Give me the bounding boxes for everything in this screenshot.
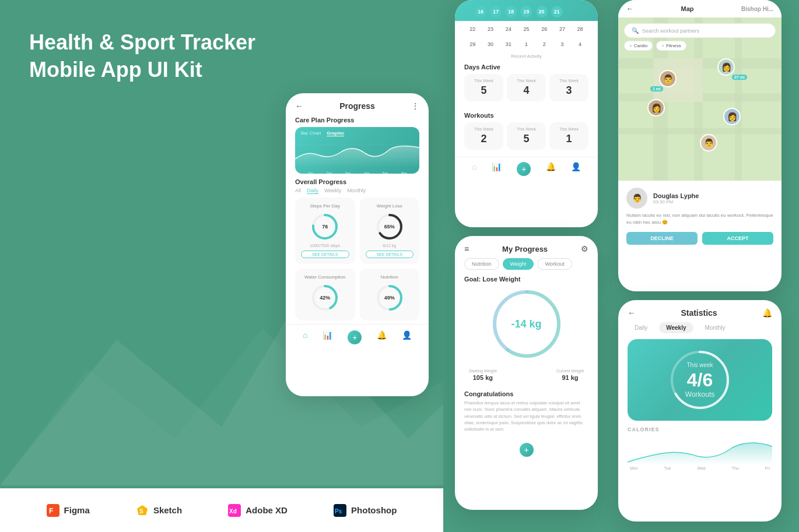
phone3-header: ≡ My Progress ⚙	[455, 236, 598, 258]
bell5-icon[interactable]: 🔔	[762, 308, 772, 318]
congrats-text: Phasellus tempus lacus et metus vulputat…	[464, 400, 588, 432]
back4-icon[interactable]: ←	[626, 5, 633, 13]
filter-monthly[interactable]: Monthly	[347, 188, 366, 194]
svg-text:Ps: Ps	[335, 508, 342, 515]
search-placeholder: Search workout partners	[642, 28, 699, 34]
back5-icon[interactable]: ←	[628, 308, 636, 318]
days-active-section: Days Active This Week 5 This Week 4 This…	[455, 60, 598, 108]
cal-date-31: 31	[503, 38, 514, 50]
nutrition-tab[interactable]: Nutrition	[464, 258, 499, 270]
map-area: ← Map Bishop Hi... 🔍 Search workout part…	[618, 0, 782, 181]
phone1-header: ← Progress ⋮	[286, 93, 429, 114]
nav2-home-icon[interactable]: ⌂	[472, 162, 476, 176]
calories-svg	[628, 436, 772, 465]
nav-home-icon[interactable]: ⌂	[303, 330, 307, 344]
cal-date-27: 27	[556, 23, 568, 35]
back-icon[interactable]: ←	[295, 101, 303, 111]
cardio-tag[interactable]: × Cardio	[624, 41, 653, 51]
water-donut: 42%	[310, 283, 339, 312]
overall-title: Overall Progress	[286, 174, 429, 186]
phone3-tabs: Nutrition Weight Workout	[455, 258, 598, 274]
nav2-chart-icon[interactable]: 📊	[492, 162, 502, 176]
filter-weekly[interactable]: Weekly	[324, 188, 341, 194]
chart-tab-bar[interactable]: Bar Chart	[301, 131, 321, 136]
nav-profile-icon[interactable]: 👤	[402, 330, 412, 344]
phone3-fab[interactable]: +	[520, 443, 534, 457]
map-search-bar[interactable]: 🔍 Search workout partners	[624, 23, 776, 38]
avatar-pin-4: 👩	[723, 108, 741, 125]
settings3-icon[interactable]: ⚙	[581, 244, 588, 253]
workouts-section: Workouts This Week 2 This Week 5 This We…	[455, 108, 598, 157]
distance-badge-1: 1 mi	[650, 86, 663, 91]
phone-my-progress: ≡ My Progress ⚙ Nutrition Weight Workout…	[455, 236, 598, 510]
nutrition-card: Nutrition 49%	[360, 269, 420, 320]
nav-bell-icon[interactable]: 🔔	[377, 330, 387, 344]
weekly-tab[interactable]: Weekly	[659, 322, 693, 333]
stats-ring-svg	[668, 348, 732, 412]
monthly-tab[interactable]: Monthly	[698, 322, 733, 333]
days-stat-1: This Week 5	[464, 74, 503, 101]
cal-date-4: 4	[574, 38, 586, 50]
congrats-title: Congratulations	[464, 390, 588, 397]
avatar-pin-5: 👨	[700, 134, 717, 152]
nav2-bell-icon[interactable]: 🔔	[546, 162, 556, 176]
calories-section: CALORIES Mon Tue Wed Thu Fri	[618, 421, 782, 474]
weight-tab[interactable]: Weight	[503, 258, 534, 270]
cal-date-19: 19	[520, 6, 532, 17]
cal-date-3: 3	[556, 38, 568, 50]
fitness-tag[interactable]: × Fitness	[656, 41, 686, 51]
steps-details-btn[interactable]: SEE DETAILS	[301, 251, 349, 258]
workout-tab[interactable]: Workout	[537, 258, 572, 270]
phone5-tabs: Daily Weekly Monthly	[618, 322, 782, 339]
chat-message: Nullam iaculis ex nisl, non aliquam dui …	[626, 212, 773, 226]
nav2-add-button[interactable]: +	[517, 162, 531, 176]
days-active-title: Days Active	[464, 64, 588, 71]
menu-icon[interactable]: ⋮	[411, 101, 419, 111]
chart-tab-graphic[interactable]: Graphic	[327, 131, 344, 136]
nav-add-button[interactable]: +	[348, 330, 362, 344]
steps-percent: 76	[322, 224, 328, 230]
steps-sub: 1000/7500 steps	[301, 244, 349, 248]
cal-date-30: 30	[485, 38, 496, 50]
filter-daily[interactable]: Daily	[307, 188, 318, 194]
workout-stat-1: This Week 2	[464, 122, 503, 150]
calories-chart	[628, 436, 772, 465]
ps-tool: Ps Photoshop	[334, 504, 397, 517]
nav2-profile-icon[interactable]: 👤	[571, 162, 581, 176]
congrats-section: Congratulations Phasellus tempus lacus e…	[455, 386, 598, 437]
chat-name: Douglas Lyphe	[653, 192, 699, 199]
phone1-nav: ⌂ 📊 + 🔔 👤	[286, 324, 429, 348]
search-icon: 🔍	[632, 27, 639, 34]
avatar-pin-3: 👩	[647, 99, 665, 117]
workouts-title: Workouts	[464, 112, 588, 119]
phone-calendar: 16 17 18 19 20 21 22 23 24 25 26 27 28 2…	[455, 0, 598, 227]
accept-button[interactable]: ACCEPT	[702, 232, 773, 245]
decline-button[interactable]: DECLINE	[626, 232, 698, 245]
weight-sub: 8/12 kg	[366, 244, 414, 248]
nav-chart-icon[interactable]: 📊	[323, 330, 332, 344]
stats-workouts-label: Workouts	[685, 390, 714, 399]
steps-card: Steps Per Day 76 1000/7500 steps SEE DET…	[295, 198, 355, 264]
cal-date-29: 29	[467, 38, 478, 50]
cal-highlighted-row: 16 17 18 19 20 21	[464, 5, 588, 19]
daily-tab[interactable]: Daily	[628, 322, 654, 333]
care-plan-title: Care Plan Progress	[286, 114, 429, 127]
nutrition-percent: 49%	[384, 295, 395, 301]
water-percent: 42%	[320, 295, 330, 301]
water-card: Water Consumption 42%	[295, 269, 355, 320]
svg-text:Xd: Xd	[229, 508, 237, 515]
map-header: ← Map Bishop Hi...	[618, 0, 782, 17]
cal-date-1: 1	[520, 38, 532, 50]
calories-labels: Mon Tue Wed Thu Fri	[628, 466, 772, 470]
phone5-header: ← Statistics 🔔	[618, 300, 782, 322]
avatar-pin-1: 👨	[659, 70, 677, 87]
weight-donut-big: -14 kg	[489, 286, 565, 362]
close-cardio-icon[interactable]: ×	[629, 43, 632, 48]
cal-date-17: 17	[490, 6, 502, 17]
menu3-icon[interactable]: ≡	[464, 244, 469, 253]
close-fitness-icon[interactable]: ×	[661, 43, 664, 48]
weight-details-btn[interactable]: SEE DETAILS	[366, 251, 414, 258]
phone-statistics: ← Statistics 🔔 Daily Weekly Monthly This…	[618, 300, 782, 522]
tools-bar: F Figma S Sketch Xd Adobe XD Ps Photosho…	[0, 488, 443, 532]
filter-all[interactable]: All	[295, 188, 301, 194]
